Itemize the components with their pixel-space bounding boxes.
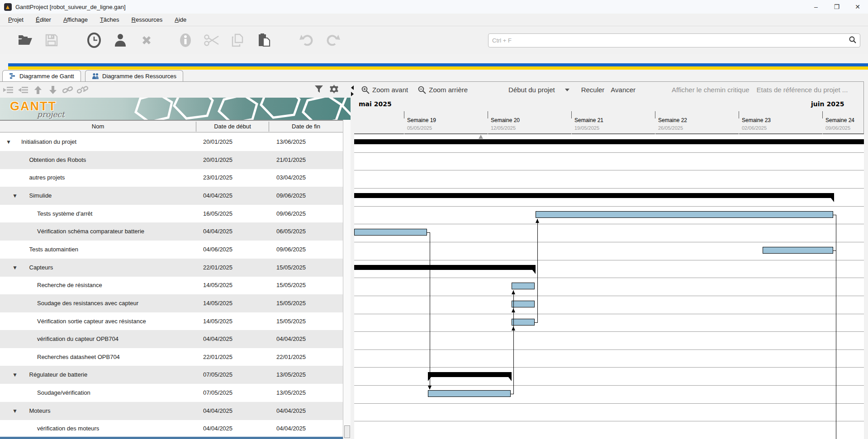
zoom-in-button[interactable]: Zoom avant: [361, 86, 408, 94]
task-start-cell[interactable]: 04/04/2025: [203, 228, 232, 235]
menu-projet[interactable]: Projet: [4, 14, 28, 25]
task-start-cell[interactable]: 14/05/2025: [203, 282, 232, 288]
task-start-cell[interactable]: 04/06/2025: [203, 246, 232, 253]
scroll-forward-button[interactable]: Avancer: [611, 86, 636, 94]
task-start-cell[interactable]: 20/01/2025: [203, 156, 232, 163]
properties-info-icon[interactable]: [177, 32, 194, 48]
filter-icon[interactable]: [312, 83, 326, 95]
task-end-cell[interactable]: 09/06/2025: [276, 210, 306, 217]
move-down-icon[interactable]: [46, 84, 60, 96]
cut-icon[interactable]: [204, 32, 220, 48]
task-start-cell[interactable]: 14/05/2025: [203, 318, 232, 325]
task-name-cell[interactable]: Vérification schéma comparateur batterie: [37, 228, 144, 235]
table-row[interactable]: vérification du capteur OPB70404/04/2025…: [0, 330, 343, 348]
chart-body[interactable]: [354, 134, 864, 439]
task-name-cell[interactable]: Recherches datasheet OPB704: [37, 354, 120, 360]
paste-icon[interactable]: [256, 32, 272, 48]
task-bar[interactable]: [428, 390, 511, 397]
panel-splitter[interactable]: [351, 81, 354, 439]
expand-chevron-icon[interactable]: ▼: [12, 264, 18, 271]
task-name-cell[interactable]: Recherche de résistance: [37, 282, 102, 288]
task-name-cell[interactable]: Vérification sortie capteur avec résista…: [37, 318, 146, 325]
search-input[interactable]: [489, 37, 849, 44]
close-button[interactable]: ✕: [847, 0, 868, 14]
delete-icon[interactable]: [138, 32, 155, 48]
menu-affichage[interactable]: Affichage: [59, 14, 92, 25]
settings-gear-icon[interactable]: [327, 83, 341, 95]
expand-chevron-icon[interactable]: ▼: [12, 193, 18, 199]
task-end-cell[interactable]: 04/04/2025: [276, 425, 306, 432]
restore-button[interactable]: ❐: [826, 0, 847, 14]
summary-bar[interactable]: [354, 139, 864, 144]
task-end-cell[interactable]: 09/06/2025: [276, 192, 306, 199]
task-start-cell[interactable]: 22/01/2025: [203, 264, 232, 271]
task-name-cell[interactable]: Obtention des Robots: [29, 156, 86, 163]
redo-icon[interactable]: [325, 32, 341, 48]
task-name-cell[interactable]: autres projets: [29, 174, 65, 181]
time-clock-icon[interactable]: [86, 32, 102, 48]
zoom-out-button[interactable]: Zoom arrière: [418, 86, 468, 94]
task-start-cell[interactable]: 16/05/2025: [203, 210, 232, 217]
collapse-left-icon[interactable]: [351, 85, 354, 90]
copy-icon[interactable]: [230, 32, 246, 48]
collapse-right-icon[interactable]: [351, 92, 354, 96]
task-bar[interactable]: [536, 211, 834, 218]
task-bar[interactable]: [763, 247, 834, 254]
indent-icon[interactable]: [16, 84, 30, 96]
table-row[interactable]: Vérification sortie capteur avec résista…: [0, 312, 343, 330]
task-name-cell[interactable]: Capteurs: [29, 264, 53, 271]
task-start-cell[interactable]: 04/04/2025: [203, 425, 232, 432]
table-row[interactable]: Obtention des Robots20/01/202521/01/2025: [0, 151, 343, 169]
table-row[interactable]: Soudage/vérification07/05/202513/05/2025: [0, 384, 343, 402]
task-name-cell[interactable]: vérification du capteur OPB704: [37, 335, 119, 342]
task-end-cell[interactable]: 04/04/2025: [276, 335, 306, 342]
open-project-icon[interactable]: [17, 32, 33, 48]
task-start-cell[interactable]: 07/05/2025: [203, 371, 232, 378]
menu-aide[interactable]: Aide: [171, 14, 190, 25]
task-bar[interactable]: [512, 301, 535, 307]
summary-bar[interactable]: [354, 265, 536, 270]
expand-chevron-icon[interactable]: ▼: [12, 372, 18, 378]
expand-chevron-icon[interactable]: ▼: [6, 139, 11, 145]
menu-taches[interactable]: Tâches: [96, 14, 123, 25]
table-row[interactable]: ▼Capteurs22/01/202515/05/2025: [0, 259, 343, 277]
link-tasks-icon[interactable]: [61, 84, 75, 96]
save-project-icon[interactable]: [43, 32, 60, 48]
table-row[interactable]: Tests système d'arrêt16/05/202509/06/202…: [0, 205, 343, 223]
table-vertical-scrollbar[interactable]: [343, 120, 351, 439]
task-name-cell[interactable]: Tests système d'arrêt: [37, 210, 92, 217]
task-name-cell[interactable]: Tests automaintien: [29, 246, 78, 253]
summary-bar[interactable]: [428, 372, 512, 377]
search-icon[interactable]: [849, 36, 856, 45]
expand-chevron-icon[interactable]: ▼: [12, 408, 18, 414]
task-start-cell[interactable]: 22/01/2025: [203, 354, 232, 360]
table-row[interactable]: ▼Régulateur de batterie07/05/202513/05/2…: [0, 366, 343, 384]
task-start-cell[interactable]: 20/01/2025: [203, 138, 232, 145]
table-row[interactable]: Tests automaintien04/06/202509/06/2025: [0, 241, 343, 259]
baselines-button[interactable]: Etats de référence du projet ...: [757, 86, 848, 94]
task-name-cell[interactable]: Soudage des resistances avec capteur: [37, 300, 138, 307]
task-name-cell[interactable]: vérification des moteurs: [37, 425, 99, 432]
task-end-cell[interactable]: 15/05/2025: [276, 264, 306, 271]
undo-icon[interactable]: [299, 32, 315, 48]
task-name-cell[interactable]: Régulateur de batterie: [29, 371, 88, 378]
task-end-cell[interactable]: 15/05/2025: [276, 300, 306, 307]
task-end-cell[interactable]: 22/01/2025: [276, 354, 306, 360]
task-bar[interactable]: [512, 283, 535, 289]
table-row[interactable]: autres projets23/01/202503/04/2025: [0, 169, 343, 187]
table-row[interactable]: ▼Simulide04/04/202509/06/2025: [0, 187, 343, 205]
task-name-cell[interactable]: Soudage/vérification: [37, 389, 90, 396]
scroll-to-dropdown[interactable]: Début du projet: [508, 86, 569, 94]
outdent-icon[interactable]: [1, 84, 15, 96]
table-row[interactable]: ▼Moteurs04/04/202504/04/2025: [0, 402, 343, 420]
table-row[interactable]: vérification des moteurs04/04/202504/04/…: [0, 420, 343, 438]
task-end-cell[interactable]: 21/01/2025: [276, 156, 306, 163]
task-end-cell[interactable]: 13/06/2025: [276, 138, 306, 145]
task-name-cell[interactable]: Simulide: [29, 192, 52, 199]
tab-resources-chart[interactable]: Diagramme des Ressources: [85, 70, 183, 81]
critical-path-button[interactable]: Afficher le chemin critique: [672, 86, 749, 94]
scrollbar-thumb[interactable]: [344, 425, 350, 438]
task-end-cell[interactable]: 09/06/2025: [276, 246, 306, 253]
column-header-end[interactable]: Date de fin: [269, 123, 343, 130]
menu-editer[interactable]: Éditer: [32, 14, 55, 25]
